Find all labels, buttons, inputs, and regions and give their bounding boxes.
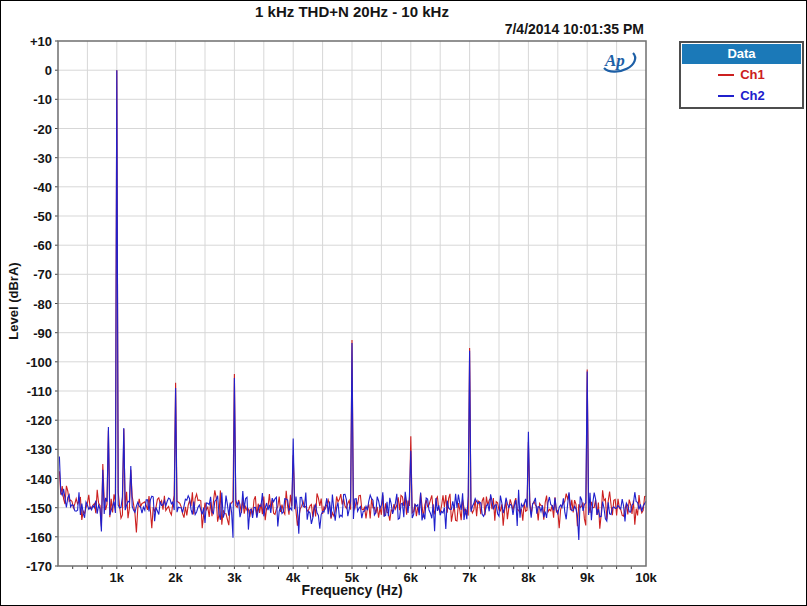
- y-tick-label: -50: [33, 209, 52, 224]
- y-tick-label: -20: [33, 121, 52, 136]
- y-tick-label: -120: [26, 413, 52, 428]
- x-tick-label: 2k: [168, 570, 182, 585]
- ap-logo-text: Ap: [604, 51, 625, 70]
- ch1-line-swatch: [718, 74, 734, 76]
- legend-label-ch2: Ch2: [740, 88, 765, 103]
- axis-ticks: [55, 41, 631, 569]
- x-tick-label: 3k: [227, 570, 241, 585]
- y-tick-label: -100: [26, 354, 52, 369]
- y-tick-label: -150: [26, 500, 52, 515]
- y-tick-label: -140: [26, 471, 52, 486]
- x-tick-label: 1k: [110, 570, 124, 585]
- y-tick-label: -70: [33, 267, 52, 282]
- x-tick-label: 4k: [286, 570, 300, 585]
- x-tick-label: 6k: [404, 570, 418, 585]
- y-tick-label: -30: [33, 150, 52, 165]
- y-tick-label: -10: [33, 92, 52, 107]
- gridlines: [58, 41, 646, 566]
- y-tick-label: 0: [45, 63, 52, 78]
- ap-logo-icon: Ap: [597, 46, 639, 74]
- legend-panel: Data Ch1 Ch2: [679, 41, 804, 109]
- y-tick-label: -60: [33, 238, 52, 253]
- legend-header: Data: [682, 44, 801, 64]
- x-tick-label: 8k: [521, 570, 535, 585]
- y-tick-label: -130: [26, 442, 52, 457]
- y-tick-label: -80: [33, 296, 52, 311]
- x-tick-label: 10k: [635, 570, 657, 585]
- y-axis-title: Level (dBrA): [6, 221, 22, 381]
- legend-label-ch1: Ch1: [740, 67, 765, 82]
- y-tick-label: +10: [30, 34, 52, 49]
- legend-item-ch1[interactable]: Ch1: [682, 64, 801, 85]
- legend-item-ch2[interactable]: Ch2: [682, 85, 801, 106]
- ap-analyzer-graph-window: 1 kHz THD+N 20Hz - 10 kHz 7/4/2014 10:01…: [0, 0, 807, 606]
- x-tick-label: 9k: [580, 570, 594, 585]
- y-tick-label: -90: [33, 325, 52, 340]
- y-tick-label: -40: [33, 179, 52, 194]
- x-tick-label: 5k: [345, 570, 359, 585]
- y-tick-label: -160: [26, 529, 52, 544]
- y-tick-label: -110: [27, 384, 52, 399]
- y-tick-label: -170: [26, 559, 52, 574]
- ch2-line-swatch: [718, 95, 734, 97]
- x-tick-label: 7k: [462, 570, 476, 585]
